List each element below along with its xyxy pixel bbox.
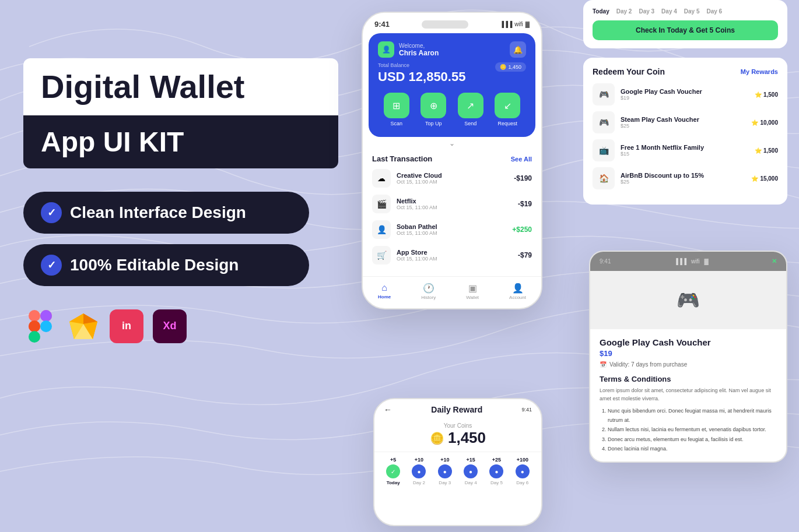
coin-star-icon: ⭐ xyxy=(755,91,762,98)
transaction-section: Last Transaction See All ☁ Creative Clou… xyxy=(363,150,541,276)
chevron-down-icon: ⌄ xyxy=(363,137,541,150)
day-reward-3[interactable]: +10 ● Day 3 xyxy=(438,457,452,485)
redeem-coins: ⭐ 1,500 xyxy=(755,147,778,154)
calendar-icon: 📅 xyxy=(600,361,607,368)
account-icon: 👤 xyxy=(512,283,524,294)
day-reward-6[interactable]: +100 ● Day 6 xyxy=(516,457,530,485)
list-item[interactable]: 📺 Free 1 Month Netflix Family $15 ⭐ 1,50… xyxy=(593,139,778,161)
day-tab-6[interactable]: Day 6 xyxy=(706,8,722,15)
redeem-info: Google Play Cash Voucher $19 xyxy=(621,88,749,101)
trans-amount: -$19 xyxy=(518,200,532,208)
bottom-nav: ⌂ Home 🕐 History ▣ Wallet 👤 Account xyxy=(363,276,541,308)
redeem-price: $19 xyxy=(621,95,749,101)
transaction-info: Creative Cloud Oct 15, 11:00 AM xyxy=(397,172,508,185)
notification-bell-icon[interactable]: 🔔 xyxy=(510,41,526,58)
coins-value: 🪙 1,450 xyxy=(374,429,541,447)
request-button[interactable]: ↙ Request xyxy=(495,93,520,126)
netflix-redeem-icon: 📺 xyxy=(593,139,615,161)
phone-time: 9:41 xyxy=(374,20,390,29)
redeem-coins: ⭐ 10,000 xyxy=(751,119,778,126)
trans-amount: -$190 xyxy=(514,174,532,182)
voucher-phone-header: 9:41 ▐▐▐ wifi ▓ ✕ xyxy=(590,252,786,271)
balance-row: Total Balance USD 12,850.55 🪙 1,450 xyxy=(378,62,526,84)
day-amount-6: +100 xyxy=(517,457,528,463)
day-amount-3: +10 xyxy=(440,457,449,463)
coin-star-icon: ⭐ xyxy=(751,175,758,182)
day-tab-today[interactable]: Today xyxy=(593,8,609,15)
coin-star-icon: ⭐ xyxy=(755,147,762,154)
table-row: 👤 Soban Pathel Oct 15, 11:00 AM +$250 xyxy=(372,220,532,239)
list-item[interactable]: 🏠 AirBnB Discount up to 15% $25 ⭐ 15,000 xyxy=(593,167,778,189)
main-title: Digital Wallet xyxy=(41,69,321,105)
send-button[interactable]: ↗ Send xyxy=(458,93,483,126)
title-dark-box: App UI KIT xyxy=(23,115,338,168)
list-item[interactable]: 🎮 Steam Play Cash Voucher $25 ⭐ 10,000 xyxy=(593,111,778,133)
redeem-name: Free 1 Month Netflix Family xyxy=(621,144,749,151)
coin-amount: 15,000 xyxy=(760,175,778,182)
topup-button[interactable]: ⊕ Top Up xyxy=(420,93,446,126)
my-rewards-link[interactable]: My Rewards xyxy=(741,68,778,75)
day-label-6: Day 6 xyxy=(516,480,528,485)
validity-text: Validity: 7 days from purchase xyxy=(609,361,687,368)
day-reward-4[interactable]: +15 ● Day 4 xyxy=(464,457,478,485)
coin-amount: 10,000 xyxy=(760,119,778,126)
welcome-info: Welcome, Chris Aaron xyxy=(399,43,439,57)
phone-main-mockup: 9:41 ▐▐▐ wifi ▓ 👤 Welcome, Chris Aaron 🔔… xyxy=(362,12,542,309)
redeem-price: $15 xyxy=(621,151,749,157)
nav-account[interactable]: 👤 Account xyxy=(509,283,526,300)
topup-icon: ⊕ xyxy=(420,93,446,118)
trans-date: Oct 15, 11:00 AM xyxy=(397,230,506,236)
redeem-header: Redeem Your Coin My Rewards xyxy=(593,67,778,76)
left-panel: Digital Wallet App UI KIT ✓ Clean Interf… xyxy=(23,58,338,343)
voucher-image: 🎮 xyxy=(590,271,786,329)
phone-status-bar: 9:41 ▐▐▐ wifi ▓ xyxy=(363,13,541,29)
voucher-time: 9:41 xyxy=(600,258,611,265)
redeem-name: Steam Play Cash Voucher xyxy=(621,116,745,123)
day-label-3: Day 3 xyxy=(439,480,451,485)
invision-label: in xyxy=(122,320,131,332)
trans-amount: +$250 xyxy=(512,226,532,234)
close-icon[interactable]: ✕ xyxy=(772,258,777,265)
day-reward-5[interactable]: +25 ● Day 5 xyxy=(489,457,503,485)
day-tab-4[interactable]: Day 4 xyxy=(661,8,677,15)
nav-history[interactable]: 🕐 History xyxy=(421,283,436,300)
day-tab-2[interactable]: Day 2 xyxy=(616,8,632,15)
voucher-signal-icon: ▐▐▐ xyxy=(674,258,686,265)
terms-list: Nunc quis bibendum orci. Donec feugiat m… xyxy=(600,406,777,453)
day-reward-today[interactable]: +5 ✓ Today xyxy=(386,457,400,485)
back-arrow-icon[interactable]: ← xyxy=(384,405,392,414)
day-rewards-row: +5 ✓ Today +10 ● Day 2 +10 ● Day 3 +15 ●… xyxy=(374,452,541,490)
day-tab-5[interactable]: Day 5 xyxy=(684,8,700,15)
day-dot-6: ● xyxy=(516,464,530,478)
redeem-title: Redeem Your Coin xyxy=(593,67,665,76)
day-dot-5: ● xyxy=(489,464,503,478)
phone-time-bottom: 9:41 xyxy=(521,407,532,413)
coin-amount: 1,500 xyxy=(763,147,778,154)
day-label-2: Day 2 xyxy=(413,480,425,485)
request-label: Request xyxy=(497,121,517,126)
trans-date: Oct 15, 11:00 AM xyxy=(397,256,512,262)
top-right-panel: Today Day 2 Day 3 Day 4 Day 5 Day 6 Chec… xyxy=(583,0,787,205)
svg-rect-0 xyxy=(29,310,40,322)
appstore-icon: 🛒 xyxy=(372,246,391,265)
trans-name: Soban Pathel xyxy=(397,223,506,230)
voucher-validity: 📅 Validity: 7 days from purchase xyxy=(600,361,777,368)
creative-cloud-icon: ☁ xyxy=(372,169,391,188)
nav-wallet[interactable]: ▣ Wallet xyxy=(466,283,479,300)
nav-home[interactable]: ⌂ Home xyxy=(378,283,391,300)
see-all-link[interactable]: See All xyxy=(511,156,532,163)
voucher-placeholder-icon: 🎮 xyxy=(677,289,700,311)
redeem-price: $25 xyxy=(621,123,745,129)
xd-label: Xd xyxy=(163,320,176,332)
day-reward-2[interactable]: +10 ● Day 2 xyxy=(412,457,426,485)
scan-button[interactable]: ⊞ Scan xyxy=(384,93,409,126)
coin-value: 1,450 xyxy=(508,64,521,70)
voucher-battery-icon: ▓ xyxy=(704,258,708,265)
voucher-wifi-icon: wifi xyxy=(691,258,699,265)
list-item[interactable]: 🎮 Google Play Cash Voucher $19 ⭐ 1,500 xyxy=(593,83,778,105)
daily-reward-strip: Today Day 2 Day 3 Day 4 Day 5 Day 6 Chec… xyxy=(583,0,787,48)
balance-section: Total Balance USD 12,850.55 🪙 1,450 xyxy=(378,62,526,84)
day-dot-3: ● xyxy=(438,464,452,478)
checkin-button[interactable]: Check In Today & Get 5 Coins xyxy=(593,20,778,40)
day-tab-3[interactable]: Day 3 xyxy=(639,8,654,15)
